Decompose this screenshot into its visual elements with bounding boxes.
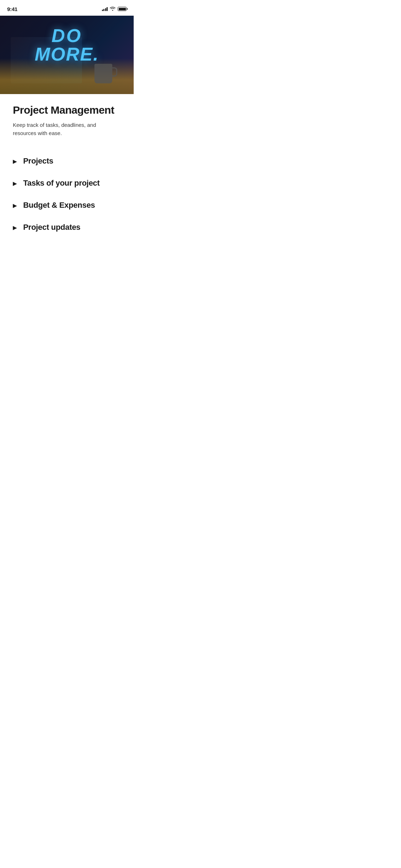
chevron-right-icon: ▶ xyxy=(13,159,17,164)
main-content: Project Management Keep track of tasks, … xyxy=(0,94,134,253)
nav-item-tasks[interactable]: ▶Tasks of your project xyxy=(13,172,121,194)
nav-item-updates[interactable]: ▶Project updates xyxy=(13,216,121,238)
page-subtitle: Keep track of tasks, deadlines, and reso… xyxy=(13,121,121,137)
signal-icon xyxy=(102,7,108,11)
nav-label-tasks: Tasks of your project xyxy=(23,179,100,188)
nav-label-updates: Project updates xyxy=(23,223,81,232)
status-time: 9:41 xyxy=(7,6,17,12)
status-bar: 9:41 xyxy=(0,0,134,16)
nav-item-projects[interactable]: ▶Projects xyxy=(13,150,121,172)
hero-line1: DO xyxy=(35,26,99,45)
nav-item-budget[interactable]: ▶Budget & Expenses xyxy=(13,194,121,216)
hero-text-block: DO MORE. xyxy=(35,26,99,63)
chevron-right-icon: ▶ xyxy=(13,203,17,208)
chevron-right-icon: ▶ xyxy=(13,225,17,231)
nav-label-projects: Projects xyxy=(23,156,53,166)
hero-image: DO MORE. xyxy=(0,16,134,94)
wifi-icon xyxy=(110,6,115,12)
page-title: Project Management xyxy=(13,104,121,116)
nav-list: ▶Projects▶Tasks of your project▶Budget &… xyxy=(13,150,121,238)
battery-icon xyxy=(118,7,127,11)
nav-label-budget: Budget & Expenses xyxy=(23,201,95,210)
status-icons xyxy=(102,6,127,12)
hero-cup xyxy=(94,64,112,83)
chevron-right-icon: ▶ xyxy=(13,181,17,186)
hero-line2: MORE. xyxy=(35,45,99,63)
